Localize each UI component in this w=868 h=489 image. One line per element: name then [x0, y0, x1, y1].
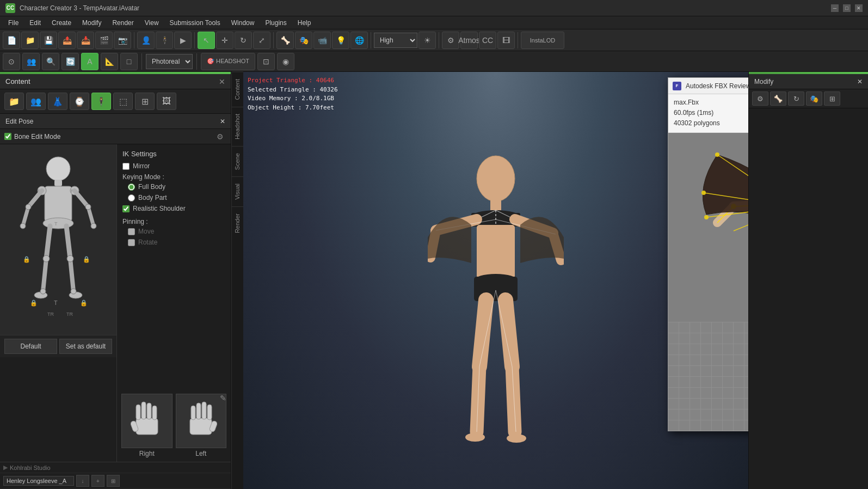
- modify-btn1[interactable]: ⚙: [752, 91, 768, 106]
- quality-dropdown[interactable]: High Medium Low: [374, 33, 417, 48]
- scene-btn[interactable]: 🎭: [295, 32, 312, 49]
- animate-btn[interactable]: ▶: [174, 32, 192, 49]
- tab-scene[interactable]: Scene: [232, 146, 243, 176]
- tb2-btn5[interactable]: A: [81, 53, 99, 70]
- modify-panel-header: Modify ✕: [749, 74, 868, 89]
- menu-render[interactable]: Render: [107, 18, 139, 28]
- headshot-btn[interactable]: 🎯 HEADSHOT: [201, 53, 255, 70]
- export-btn[interactable]: 📤: [58, 32, 76, 49]
- minimize-button[interactable]: ─: [831, 4, 839, 12]
- pose-figure-area[interactable]: R R: [0, 144, 117, 335]
- edit-pose-close-btn[interactable]: ✕: [220, 118, 225, 125]
- down-arrow-btn[interactable]: ↓: [76, 475, 89, 487]
- set-as-default-btn[interactable]: Set as default: [59, 339, 112, 354]
- bone-edit-mode-checkbox[interactable]: [4, 133, 11, 140]
- new-file-btn[interactable]: 📄: [3, 32, 20, 49]
- content-pose-btn[interactable]: 🕴: [91, 93, 111, 110]
- tb2-btn6[interactable]: 📐: [101, 53, 118, 70]
- pose-btn[interactable]: 🕴: [156, 32, 173, 49]
- menu-edit[interactable]: Edit: [24, 18, 46, 28]
- menu-plugins[interactable]: Plugins: [260, 18, 292, 28]
- tab-render[interactable]: Render: [232, 206, 243, 240]
- fbx-3d-viewport[interactable]: [668, 133, 748, 431]
- secondary-toolbar: ⊙ 👥 🔍 🔄 A 📐 □ Photoreal Cartoon 🎯 HEADSH…: [0, 51, 868, 72]
- modify-btn2[interactable]: 🦴: [770, 91, 786, 106]
- post-btn[interactable]: 🎞: [497, 32, 515, 49]
- content-folder-btn[interactable]: 📁: [4, 93, 24, 110]
- bone-edit-mode-label[interactable]: Bone Edit Mode: [4, 133, 60, 140]
- render-preview-btn[interactable]: 🎬: [95, 32, 113, 49]
- content-accessories-btn[interactable]: ⌚: [70, 93, 89, 110]
- left-hand-display[interactable]: [176, 394, 227, 448]
- close-button[interactable]: ✕: [855, 4, 863, 12]
- render-mode-dropdown[interactable]: Photoreal Cartoon: [146, 54, 193, 69]
- bone-settings-gear[interactable]: ⚙: [213, 130, 226, 143]
- full-body-radio[interactable]: [128, 184, 135, 191]
- realistic-shoulder-checkbox[interactable]: [122, 205, 130, 212]
- svg-point-28: [43, 255, 50, 262]
- rotate-btn[interactable]: ↻: [235, 32, 252, 49]
- content-scene-btn[interactable]: 🖼: [157, 93, 176, 110]
- modify-btn4[interactable]: 🎭: [806, 91, 822, 106]
- modify-close-btn[interactable]: ✕: [857, 78, 863, 85]
- scale-btn[interactable]: ⤢: [253, 32, 270, 49]
- select-btn[interactable]: ↖: [198, 32, 215, 49]
- modify-btn3[interactable]: ↻: [788, 91, 804, 106]
- import-btn[interactable]: 📥: [77, 32, 94, 49]
- kohlrabi-label: Kohlrabi Studio: [10, 464, 227, 471]
- env-btn[interactable]: 🌐: [350, 32, 368, 49]
- menu-file[interactable]: File: [3, 18, 24, 28]
- menu-create[interactable]: Create: [46, 18, 77, 28]
- headshot-settings-btn[interactable]: ⊡: [257, 53, 275, 70]
- atmos-btn[interactable]: Atmos: [460, 32, 478, 49]
- menu-view[interactable]: View: [139, 18, 164, 28]
- sun-btn[interactable]: ☀: [418, 32, 436, 49]
- content-morph-btn[interactable]: ⬚: [113, 93, 133, 110]
- content-costume-btn[interactable]: 👗: [48, 93, 67, 110]
- tb2-btn7[interactable]: □: [120, 53, 138, 70]
- hands-edit-icon[interactable]: ✎: [220, 394, 226, 402]
- svg-point-33: [91, 223, 96, 229]
- headshot-extra-btn[interactable]: ◉: [277, 53, 294, 70]
- open-file-btn[interactable]: 📁: [21, 32, 39, 49]
- menu-window[interactable]: Window: [226, 18, 260, 28]
- main-viewport[interactable]: Project Triangle : 40646 Selected Triang…: [243, 72, 748, 489]
- tab-headshot[interactable]: Headshot: [232, 107, 243, 146]
- viewport-character: [428, 154, 564, 470]
- menu-help[interactable]: Help: [292, 18, 317, 28]
- save-btn[interactable]: 💾: [40, 32, 57, 49]
- modify-btn5[interactable]: ⊞: [824, 91, 840, 106]
- tb2-btn1[interactable]: ⊙: [3, 53, 20, 70]
- body-part-label: Body Part: [138, 194, 167, 201]
- body-part-radio[interactable]: [128, 194, 135, 201]
- tab-visual[interactable]: Visual: [232, 176, 243, 206]
- tab-content[interactable]: Content: [232, 72, 243, 107]
- bone-btn[interactable]: 🦴: [276, 32, 294, 49]
- screenshot-btn[interactable]: 📷: [114, 32, 131, 49]
- camera-btn[interactable]: 📹: [313, 32, 331, 49]
- instalod-btn[interactable]: InstaLOD: [521, 32, 564, 49]
- menu-modify[interactable]: Modify: [77, 18, 107, 28]
- plus-btn[interactable]: +: [91, 475, 104, 487]
- split-btn[interactable]: ⊞: [107, 475, 120, 487]
- svg-point-105: [704, 215, 709, 219]
- move-btn[interactable]: ✛: [216, 32, 233, 49]
- content-people-btn[interactable]: 👥: [26, 93, 46, 110]
- tb2-btn3[interactable]: 🔍: [42, 53, 59, 70]
- cc-btn[interactable]: CC: [479, 32, 496, 49]
- henley-input[interactable]: [3, 476, 74, 486]
- tb2-btn2[interactable]: 👥: [22, 53, 40, 70]
- default-btn[interactable]: Default: [4, 339, 57, 354]
- fbx-character-svg: [701, 144, 748, 431]
- svg-point-104: [701, 191, 706, 195]
- tb2-btn4[interactable]: 🔄: [61, 53, 79, 70]
- light-btn[interactable]: 💡: [332, 32, 349, 49]
- mirror-checkbox[interactable]: [122, 163, 130, 170]
- avatar-btn[interactable]: 👤: [137, 32, 155, 49]
- maximize-button[interactable]: □: [843, 4, 851, 12]
- right-hand-display[interactable]: [121, 394, 173, 448]
- settings-btn[interactable]: ⚙: [442, 32, 459, 49]
- content-animation-btn[interactable]: ⊞: [135, 93, 155, 110]
- menu-submission-tools[interactable]: Submission Tools: [164, 18, 226, 28]
- content-close-btn[interactable]: ✕: [219, 77, 225, 86]
